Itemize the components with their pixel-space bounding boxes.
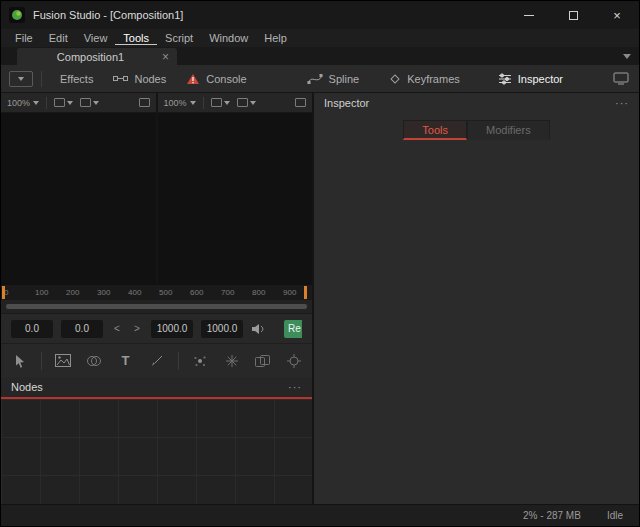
caret-down-icon: [93, 101, 99, 105]
viewer-right: 100%: [156, 93, 313, 284]
ruler-tick: 400: [128, 288, 159, 297]
tracker-tool-button[interactable]: [284, 351, 303, 371]
global-end-field[interactable]: 1000.0: [201, 320, 243, 338]
nodes-icon: [113, 73, 128, 84]
viewer-right-zoom-dropdown[interactable]: 100%: [164, 98, 196, 108]
viewer-left-zoom-dropdown[interactable]: 100%: [7, 98, 39, 108]
composition-tab-bar: Composition1 ×: [1, 47, 639, 65]
window-controls: ×: [507, 1, 639, 29]
spline-button[interactable]: Spline: [297, 70, 370, 88]
left-panel: 100%: [1, 93, 312, 504]
viewer-left-toolbar: 100%: [1, 93, 156, 113]
monitor-button[interactable]: [613, 72, 629, 85]
menu-edit[interactable]: Edit: [41, 31, 76, 45]
ruler-tick: 900: [283, 288, 314, 297]
maximize-icon: [569, 11, 578, 20]
keyframes-icon: [389, 73, 401, 85]
inspector-body: [314, 140, 639, 504]
tab-list-dropdown-icon[interactable]: [623, 54, 631, 59]
image-tool-button[interactable]: [54, 351, 73, 371]
nodes-panel-header: Nodes ···: [1, 377, 312, 399]
zoom-value: 100%: [7, 98, 30, 108]
viewer-right-buffer-dropdown[interactable]: [211, 98, 230, 107]
node-editor-canvas[interactable]: [1, 399, 312, 504]
menu-file[interactable]: File: [7, 31, 41, 45]
memory-usage: 2% - 287 MB: [523, 510, 581, 521]
window-title: Fusion Studio - [Composition1]: [33, 9, 183, 21]
console-button[interactable]: Console: [176, 70, 256, 88]
next-keyframe-button[interactable]: >: [131, 323, 143, 334]
inspector-label: Inspector: [518, 73, 563, 85]
paint-tool-button[interactable]: [147, 351, 166, 371]
content-area: 100%: [1, 93, 639, 504]
prev-keyframe-button[interactable]: <: [111, 323, 123, 334]
tool-shelf: T: [1, 343, 312, 377]
menu-tools[interactable]: Tools: [115, 31, 157, 45]
channel-icon: [237, 98, 248, 107]
menu-window[interactable]: Window: [201, 31, 256, 45]
zoom-value: 100%: [164, 98, 187, 108]
select-arrow-tool-button[interactable]: [10, 351, 29, 371]
current-time-field[interactable]: 0.0: [11, 320, 53, 338]
warning-icon: [186, 73, 200, 85]
viewer-right-channel-dropdown[interactable]: [237, 98, 256, 107]
viewer-left-buffer-dropdown[interactable]: [54, 98, 73, 107]
nodes-panel-title: Nodes: [11, 381, 43, 393]
inspector-menu-icon[interactable]: ···: [615, 97, 629, 109]
close-button[interactable]: ×: [595, 1, 639, 29]
render-button[interactable]: Re: [284, 320, 302, 338]
menu-help[interactable]: Help: [256, 31, 295, 45]
viewer-left-option-icon[interactable]: [139, 98, 150, 107]
toolbar-separator: [41, 71, 42, 87]
keyframes-button[interactable]: Keyframes: [379, 70, 470, 88]
nodes-button[interactable]: Nodes: [103, 70, 176, 88]
speaker-icon[interactable]: [251, 323, 266, 335]
viewer-area: 100%: [1, 93, 312, 284]
effects-button[interactable]: Effects: [50, 70, 103, 88]
inspector-button[interactable]: Inspector: [488, 70, 573, 88]
time-ruler[interactable]: 0 100 200 300 400 500 600 700 800 900: [1, 284, 312, 300]
text-tool-icon: T: [122, 353, 130, 368]
caret-down-icon: [224, 101, 230, 105]
tab-close-icon[interactable]: ×: [162, 50, 169, 64]
tab-composition1[interactable]: Composition1 ×: [17, 48, 177, 65]
fusion-studio-window: Fusion Studio - [Composition1] × File Ed…: [0, 0, 640, 527]
particles-tool-button[interactable]: [191, 351, 210, 371]
viewer-right-option-icon[interactable]: [295, 98, 306, 107]
viewer-left-channel-dropdown[interactable]: [80, 98, 99, 107]
mask-tool-button[interactable]: [253, 351, 272, 371]
viewer-left-canvas[interactable]: [1, 113, 156, 284]
effects-label: Effects: [60, 73, 93, 85]
merge-tool-button[interactable]: [85, 351, 104, 371]
maximize-button[interactable]: [551, 1, 595, 29]
minimize-button[interactable]: [507, 1, 551, 29]
effect-tool-button[interactable]: [222, 351, 241, 371]
toolbar-toggle-button[interactable]: [9, 71, 33, 87]
text-tool-button[interactable]: T: [116, 351, 135, 371]
caret-down-icon: [67, 101, 73, 105]
timeline-scrollbar-thumb[interactable]: [6, 304, 307, 309]
timeline-scrollbar[interactable]: [1, 300, 312, 313]
tab-label: Composition1: [25, 51, 156, 63]
tool-shelf-separator: [178, 352, 179, 370]
range-end-field[interactable]: 1000.0: [151, 320, 193, 338]
viewer-toolbar-separator: [46, 97, 47, 109]
ruler-tick: 500: [159, 288, 190, 297]
menu-bar: File Edit View Tools Script Window Help: [1, 29, 639, 47]
buffer-icon: [211, 98, 222, 107]
tab-modifiers[interactable]: Modifiers: [467, 120, 550, 140]
viewer-right-canvas[interactable]: [158, 113, 313, 284]
caret-down-icon: [33, 101, 39, 105]
range-start-field[interactable]: 0.0: [61, 320, 103, 338]
ruler-tick: 800: [252, 288, 283, 297]
status-state: Idle: [607, 510, 623, 521]
tab-tools[interactable]: Tools: [403, 120, 467, 140]
buffer-icon: [54, 98, 65, 107]
caret-down-icon: [190, 101, 196, 105]
menu-script[interactable]: Script: [157, 31, 201, 45]
ruler-tick: 300: [97, 288, 128, 297]
menu-view[interactable]: View: [76, 31, 116, 45]
range-end-marker[interactable]: [304, 286, 307, 299]
nodes-panel-menu-icon[interactable]: ···: [288, 381, 302, 393]
range-start-marker[interactable]: [2, 286, 5, 299]
